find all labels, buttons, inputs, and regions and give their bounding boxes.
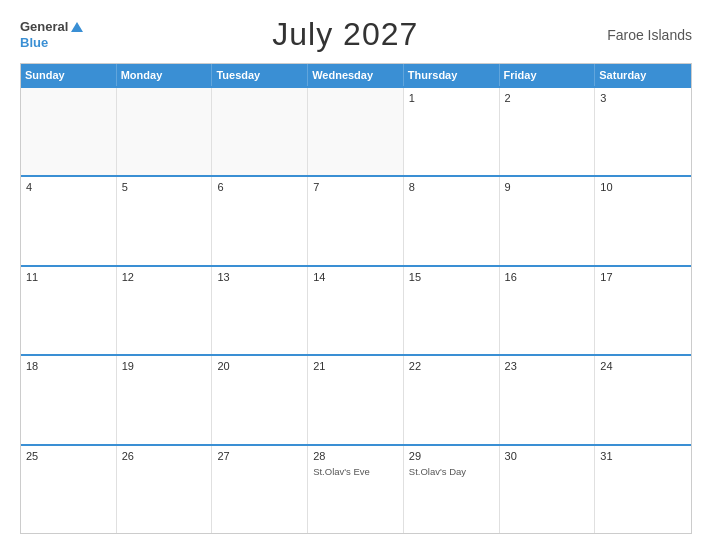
cell-22: 22 xyxy=(404,356,500,443)
day-number: 15 xyxy=(409,271,494,283)
cell-5: 5 xyxy=(117,177,213,264)
cell-14: 14 xyxy=(308,267,404,354)
event-st-olavs-eve: St.Olav's Eve xyxy=(313,466,398,478)
logo: General Blue xyxy=(20,19,83,50)
day-number: 22 xyxy=(409,360,494,372)
week-5: 25 26 27 28 St.Olav's Eve 29 St.Olav's D… xyxy=(21,444,691,533)
cell-12: 12 xyxy=(117,267,213,354)
cell-28: 28 St.Olav's Eve xyxy=(308,446,404,533)
day-number: 5 xyxy=(122,181,207,193)
day-number: 9 xyxy=(505,181,590,193)
cell-24: 24 xyxy=(595,356,691,443)
day-number: 13 xyxy=(217,271,302,283)
page: General Blue July 2027 Faroe Islands Sun… xyxy=(0,0,712,550)
day-number: 26 xyxy=(122,450,207,462)
cell-4: 4 xyxy=(21,177,117,264)
day-number: 2 xyxy=(505,92,590,104)
cell-8: 8 xyxy=(404,177,500,264)
cell-31: 31 xyxy=(595,446,691,533)
cell-29: 29 St.Olav's Day xyxy=(404,446,500,533)
col-saturday: Saturday xyxy=(595,64,691,86)
cell-23: 23 xyxy=(500,356,596,443)
calendar-header: Sunday Monday Tuesday Wednesday Thursday… xyxy=(21,64,691,86)
logo-triangle-icon xyxy=(71,22,83,32)
cell-27: 27 xyxy=(212,446,308,533)
cell-empty xyxy=(21,88,117,175)
day-number: 1 xyxy=(409,92,494,104)
cell-18: 18 xyxy=(21,356,117,443)
cell-17: 17 xyxy=(595,267,691,354)
col-friday: Friday xyxy=(500,64,596,86)
cell-empty xyxy=(212,88,308,175)
cell-7: 7 xyxy=(308,177,404,264)
day-number: 28 xyxy=(313,450,398,462)
day-number: 12 xyxy=(122,271,207,283)
cell-empty xyxy=(117,88,213,175)
day-number: 3 xyxy=(600,92,686,104)
cell-15: 15 xyxy=(404,267,500,354)
region-label: Faroe Islands xyxy=(607,27,692,43)
day-number: 21 xyxy=(313,360,398,372)
month-title: July 2027 xyxy=(272,16,418,53)
cell-11: 11 xyxy=(21,267,117,354)
day-number: 4 xyxy=(26,181,111,193)
day-number: 19 xyxy=(122,360,207,372)
cell-empty xyxy=(308,88,404,175)
cell-10: 10 xyxy=(595,177,691,264)
cell-9: 9 xyxy=(500,177,596,264)
cell-30: 30 xyxy=(500,446,596,533)
logo-line2: Blue xyxy=(20,35,83,51)
week-3: 11 12 13 14 15 16 17 xyxy=(21,265,691,354)
day-number: 7 xyxy=(313,181,398,193)
cell-2: 2 xyxy=(500,88,596,175)
day-number: 25 xyxy=(26,450,111,462)
col-wednesday: Wednesday xyxy=(308,64,404,86)
day-number: 8 xyxy=(409,181,494,193)
logo-blue-text: Blue xyxy=(20,35,48,51)
week-2: 4 5 6 7 8 9 10 xyxy=(21,175,691,264)
cell-6: 6 xyxy=(212,177,308,264)
day-number: 14 xyxy=(313,271,398,283)
cell-21: 21 xyxy=(308,356,404,443)
cell-13: 13 xyxy=(212,267,308,354)
day-number: 24 xyxy=(600,360,686,372)
day-number: 31 xyxy=(600,450,686,462)
logo-line1: General xyxy=(20,19,83,35)
day-number: 23 xyxy=(505,360,590,372)
col-sunday: Sunday xyxy=(21,64,117,86)
day-number: 29 xyxy=(409,450,494,462)
cell-19: 19 xyxy=(117,356,213,443)
day-number: 16 xyxy=(505,271,590,283)
day-number: 10 xyxy=(600,181,686,193)
col-tuesday: Tuesday xyxy=(212,64,308,86)
day-number: 20 xyxy=(217,360,302,372)
day-number: 30 xyxy=(505,450,590,462)
day-number: 6 xyxy=(217,181,302,193)
day-number: 27 xyxy=(217,450,302,462)
day-number: 11 xyxy=(26,271,111,283)
cell-1: 1 xyxy=(404,88,500,175)
cell-20: 20 xyxy=(212,356,308,443)
day-number: 17 xyxy=(600,271,686,283)
cell-26: 26 xyxy=(117,446,213,533)
col-thursday: Thursday xyxy=(404,64,500,86)
calendar: Sunday Monday Tuesday Wednesday Thursday… xyxy=(20,63,692,534)
header: General Blue July 2027 Faroe Islands xyxy=(20,16,692,53)
col-monday: Monday xyxy=(117,64,213,86)
calendar-body: 1 2 3 4 5 6 xyxy=(21,86,691,533)
logo-general-text: General xyxy=(20,19,68,35)
event-st-olavs-day: St.Olav's Day xyxy=(409,466,494,478)
week-1: 1 2 3 xyxy=(21,86,691,175)
cell-3: 3 xyxy=(595,88,691,175)
cell-16: 16 xyxy=(500,267,596,354)
day-number: 18 xyxy=(26,360,111,372)
cell-25: 25 xyxy=(21,446,117,533)
week-4: 18 19 20 21 22 23 24 xyxy=(21,354,691,443)
